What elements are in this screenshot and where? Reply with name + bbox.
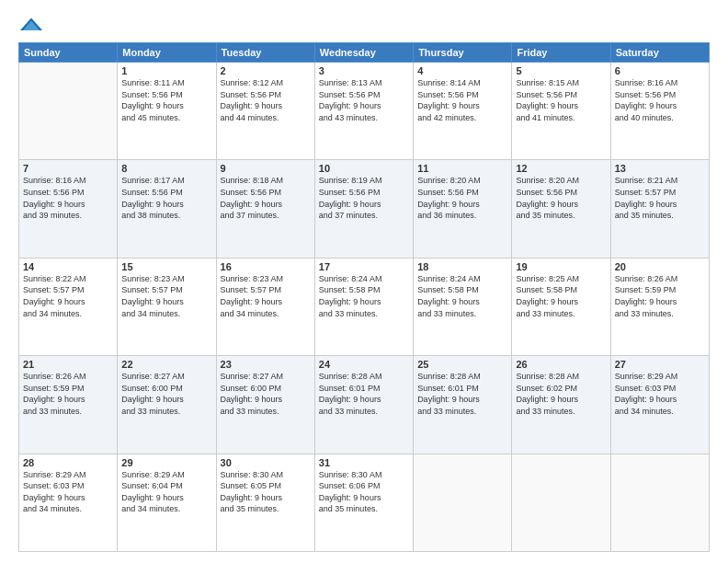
weekday-header: Friday [512, 43, 610, 63]
calendar-cell: 1Sunrise: 8:11 AM Sunset: 5:56 PM Daylig… [118, 63, 216, 160]
calendar-cell: 24Sunrise: 8:28 AM Sunset: 6:01 PM Dayli… [314, 356, 413, 454]
day-number: 2 [221, 65, 311, 76]
day-number: 6 [615, 65, 705, 76]
day-number: 30 [221, 457, 311, 468]
calendar-cell: 12Sunrise: 8:20 AM Sunset: 5:56 PM Dayli… [512, 160, 610, 258]
logo-icon [18, 17, 44, 33]
day-number: 9 [221, 163, 311, 174]
day-number: 24 [319, 359, 409, 370]
calendar-cell: 20Sunrise: 8:26 AM Sunset: 5:59 PM Dayli… [610, 258, 709, 355]
day-number: 13 [615, 163, 705, 174]
calendar-cell: 23Sunrise: 8:27 AM Sunset: 6:00 PM Dayli… [216, 356, 314, 454]
day-number: 3 [319, 65, 409, 76]
calendar-cell: 28Sunrise: 8:29 AM Sunset: 6:03 PM Dayli… [19, 454, 118, 551]
day-number: 10 [319, 163, 409, 174]
day-info: Sunrise: 8:21 AM Sunset: 5:57 PM Dayligh… [615, 175, 705, 221]
day-number: 11 [417, 163, 507, 174]
calendar-cell: 9Sunrise: 8:18 AM Sunset: 5:56 PM Daylig… [216, 160, 314, 258]
calendar-cell [610, 454, 709, 551]
day-info: Sunrise: 8:27 AM Sunset: 6:00 PM Dayligh… [121, 371, 211, 417]
day-number: 22 [121, 359, 211, 370]
day-info: Sunrise: 8:30 AM Sunset: 6:05 PM Dayligh… [221, 469, 311, 515]
day-number: 16 [221, 261, 311, 272]
calendar-cell: 19Sunrise: 8:25 AM Sunset: 5:58 PM Dayli… [512, 258, 610, 355]
day-info: Sunrise: 8:29 AM Sunset: 6:03 PM Dayligh… [23, 469, 113, 515]
day-info: Sunrise: 8:25 AM Sunset: 5:58 PM Dayligh… [516, 273, 606, 319]
day-info: Sunrise: 8:16 AM Sunset: 5:56 PM Dayligh… [615, 77, 705, 123]
calendar-cell: 22Sunrise: 8:27 AM Sunset: 6:00 PM Dayli… [118, 356, 216, 454]
calendar-cell: 30Sunrise: 8:30 AM Sunset: 6:05 PM Dayli… [216, 454, 314, 551]
day-info: Sunrise: 8:27 AM Sunset: 6:00 PM Dayligh… [221, 371, 311, 417]
weekday-header: Monday [118, 43, 216, 63]
page: SundayMondayTuesdayWednesdayThursdayFrid… [0, 0, 728, 563]
day-info: Sunrise: 8:11 AM Sunset: 5:56 PM Dayligh… [121, 77, 211, 123]
calendar-cell: 16Sunrise: 8:23 AM Sunset: 5:57 PM Dayli… [216, 258, 314, 355]
calendar-cell: 27Sunrise: 8:29 AM Sunset: 6:03 PM Dayli… [610, 356, 709, 454]
day-number: 19 [516, 261, 606, 272]
day-info: Sunrise: 8:29 AM Sunset: 6:04 PM Dayligh… [121, 469, 211, 515]
calendar-cell: 2Sunrise: 8:12 AM Sunset: 5:56 PM Daylig… [216, 63, 314, 160]
day-info: Sunrise: 8:26 AM Sunset: 5:59 PM Dayligh… [23, 371, 113, 417]
day-info: Sunrise: 8:22 AM Sunset: 5:57 PM Dayligh… [23, 273, 113, 319]
day-number: 8 [121, 163, 211, 174]
calendar-table: SundayMondayTuesdayWednesdayThursdayFrid… [18, 42, 710, 552]
calendar-cell: 6Sunrise: 8:16 AM Sunset: 5:56 PM Daylig… [610, 63, 709, 160]
weekday-header: Thursday [414, 43, 512, 63]
day-info: Sunrise: 8:14 AM Sunset: 5:56 PM Dayligh… [417, 77, 507, 123]
day-number: 14 [23, 261, 113, 272]
day-number: 27 [615, 359, 705, 370]
weekday-header: Saturday [610, 43, 709, 63]
day-number: 31 [319, 457, 409, 468]
calendar-cell: 13Sunrise: 8:21 AM Sunset: 5:57 PM Dayli… [610, 160, 709, 258]
day-number: 25 [417, 359, 507, 370]
day-info: Sunrise: 8:29 AM Sunset: 6:03 PM Dayligh… [615, 371, 705, 417]
day-info: Sunrise: 8:23 AM Sunset: 5:57 PM Dayligh… [221, 273, 311, 319]
calendar-cell: 15Sunrise: 8:23 AM Sunset: 5:57 PM Dayli… [118, 258, 216, 355]
day-info: Sunrise: 8:20 AM Sunset: 5:56 PM Dayligh… [516, 175, 606, 221]
day-info: Sunrise: 8:18 AM Sunset: 5:56 PM Dayligh… [221, 175, 311, 221]
day-number: 23 [221, 359, 311, 370]
day-number: 28 [23, 457, 113, 468]
day-info: Sunrise: 8:19 AM Sunset: 5:56 PM Dayligh… [319, 175, 409, 221]
day-number: 15 [121, 261, 211, 272]
weekday-header: Wednesday [314, 43, 413, 63]
calendar-cell: 25Sunrise: 8:28 AM Sunset: 6:01 PM Dayli… [414, 356, 512, 454]
day-info: Sunrise: 8:24 AM Sunset: 5:58 PM Dayligh… [319, 273, 409, 319]
day-info: Sunrise: 8:24 AM Sunset: 5:58 PM Dayligh… [417, 273, 507, 319]
day-number: 29 [121, 457, 211, 468]
calendar-cell: 3Sunrise: 8:13 AM Sunset: 5:56 PM Daylig… [314, 63, 413, 160]
calendar-cell [512, 454, 610, 551]
day-info: Sunrise: 8:15 AM Sunset: 5:56 PM Dayligh… [516, 77, 606, 123]
calendar-cell: 8Sunrise: 8:17 AM Sunset: 5:56 PM Daylig… [118, 160, 216, 258]
day-number: 7 [23, 163, 113, 174]
day-info: Sunrise: 8:13 AM Sunset: 5:56 PM Dayligh… [319, 77, 409, 123]
calendar-cell: 14Sunrise: 8:22 AM Sunset: 5:57 PM Dayli… [19, 258, 118, 355]
weekday-header: Tuesday [216, 43, 314, 63]
day-info: Sunrise: 8:28 AM Sunset: 6:02 PM Dayligh… [516, 371, 606, 417]
day-number: 20 [615, 261, 705, 272]
day-number: 21 [23, 359, 113, 370]
calendar-cell [414, 454, 512, 551]
calendar-cell: 7Sunrise: 8:16 AM Sunset: 5:56 PM Daylig… [19, 160, 118, 258]
logo [18, 17, 48, 33]
calendar-cell: 5Sunrise: 8:15 AM Sunset: 5:56 PM Daylig… [512, 63, 610, 160]
calendar-cell: 11Sunrise: 8:20 AM Sunset: 5:56 PM Dayli… [414, 160, 512, 258]
day-number: 18 [417, 261, 507, 272]
day-info: Sunrise: 8:26 AM Sunset: 5:59 PM Dayligh… [615, 273, 705, 319]
calendar-cell: 4Sunrise: 8:14 AM Sunset: 5:56 PM Daylig… [414, 63, 512, 160]
calendar-cell [19, 63, 118, 160]
day-info: Sunrise: 8:28 AM Sunset: 6:01 PM Dayligh… [319, 371, 409, 417]
day-info: Sunrise: 8:12 AM Sunset: 5:56 PM Dayligh… [221, 77, 311, 123]
calendar-cell: 18Sunrise: 8:24 AM Sunset: 5:58 PM Dayli… [414, 258, 512, 355]
header [18, 17, 710, 33]
day-number: 17 [319, 261, 409, 272]
day-info: Sunrise: 8:23 AM Sunset: 5:57 PM Dayligh… [121, 273, 211, 319]
day-number: 1 [121, 65, 211, 76]
day-number: 4 [417, 65, 507, 76]
calendar-cell: 31Sunrise: 8:30 AM Sunset: 6:06 PM Dayli… [314, 454, 413, 551]
day-number: 12 [516, 163, 606, 174]
calendar-cell: 10Sunrise: 8:19 AM Sunset: 5:56 PM Dayli… [314, 160, 413, 258]
day-info: Sunrise: 8:17 AM Sunset: 5:56 PM Dayligh… [121, 175, 211, 221]
day-number: 5 [516, 65, 606, 76]
day-number: 26 [516, 359, 606, 370]
